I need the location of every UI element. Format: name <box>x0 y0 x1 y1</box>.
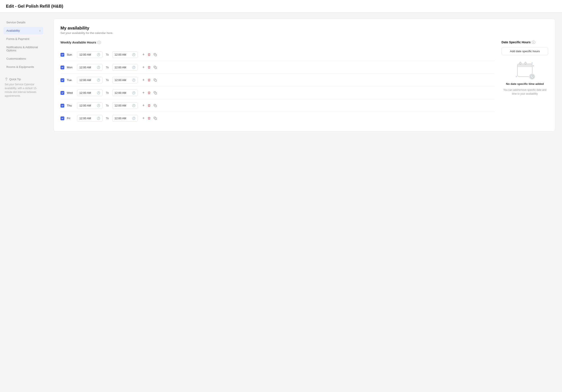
time-to-mon[interactable]: 12:00 AM 🕐 <box>112 64 138 71</box>
clock-icon-to-wed: 🕐 <box>132 91 135 94</box>
time-from-mon[interactable]: 12:00 AM 🕐 <box>77 64 103 71</box>
to-label-sun: To <box>106 53 109 56</box>
check-icon <box>61 79 64 81</box>
empty-state-title: No date specific time added <box>506 82 544 85</box>
delete-slot-mon[interactable] <box>147 65 151 69</box>
copy-icon <box>154 53 157 56</box>
checkbox-tue[interactable] <box>60 78 64 82</box>
svg-rect-5 <box>155 105 157 107</box>
add-date-specific-button[interactable]: Add date specific hours <box>502 47 548 55</box>
copy-icon <box>154 66 157 69</box>
time-from-value-thu: 12:00 AM <box>79 104 91 107</box>
checkbox-wed[interactable] <box>60 91 64 95</box>
sidebar: Service Details Availability › Forms & P… <box>0 13 47 392</box>
trash-icon <box>148 104 151 107</box>
delete-slot-tue[interactable] <box>147 78 151 82</box>
row-actions-thu: + <box>142 103 157 108</box>
sidebar-item-rooms-equipments[interactable]: Rooms & Equipments <box>3 63 43 71</box>
add-slot-fri[interactable]: + <box>142 115 145 121</box>
row-actions-fri: + <box>142 115 157 121</box>
time-from-sun[interactable]: 12:00 AM 🕐 <box>77 51 103 58</box>
day-label-wed: Wed <box>67 91 74 94</box>
checkbox-fri[interactable] <box>60 116 64 120</box>
time-from-wed[interactable]: 12:00 AM 🕐 <box>77 90 103 96</box>
day-row-mon: Mon 12:00 AM 🕐 To 12:00 AM 🕐 + <box>60 61 495 74</box>
clock-icon-from-mon: 🕐 <box>97 66 100 69</box>
add-slot-thu[interactable]: + <box>142 103 145 108</box>
weekly-hours-col: Weekly Available Hours i Sun 12:00 AM 🕐 … <box>60 41 495 125</box>
copy-slot-wed[interactable] <box>153 91 157 95</box>
day-label-thu: Thu <box>67 104 74 107</box>
time-to-value-sun: 12:00 AM <box>115 53 126 56</box>
clock-icon-from-fri: 🕐 <box>97 117 100 120</box>
day-label-sun: Sun <box>67 53 74 56</box>
date-specific-col: Date Specific Hours i Add date specific … <box>502 41 548 125</box>
cal-ring-left <box>520 62 521 65</box>
cal-ring-right <box>525 62 526 65</box>
quick-tip-text: Set your Service Calendar availability, … <box>5 82 42 98</box>
time-from-thu[interactable]: 12:00 AM 🕐 <box>77 102 103 109</box>
check-icon <box>61 104 64 107</box>
day-label-fri: Fri <box>67 117 74 120</box>
checkbox-thu[interactable] <box>60 104 64 108</box>
time-to-fri[interactable]: 12:00 AM 🕐 <box>112 115 138 122</box>
time-to-value-thu: 12:00 AM <box>115 104 126 107</box>
date-specific-empty-state: 🕐 No date specific time added You can ad… <box>502 62 548 96</box>
add-slot-tue[interactable]: + <box>142 77 145 83</box>
quick-tip-title: Quick Tip <box>5 77 42 81</box>
copy-slot-thu[interactable] <box>153 104 157 108</box>
svg-rect-3 <box>155 80 157 81</box>
page-title: Edit - Gel Polish Refill (H&B) <box>6 4 63 9</box>
to-label-mon: To <box>106 66 109 69</box>
time-to-wed[interactable]: 12:00 AM 🕐 <box>112 90 138 96</box>
copy-slot-tue[interactable] <box>153 78 157 82</box>
copy-slot-fri[interactable] <box>153 116 157 120</box>
date-specific-info-icon[interactable]: i <box>532 41 535 44</box>
add-slot-mon[interactable]: + <box>142 65 145 70</box>
delete-slot-wed[interactable] <box>147 91 151 95</box>
section-subtitle: Set your availability for the calendar h… <box>60 31 548 35</box>
svg-rect-2 <box>155 67 157 69</box>
sidebar-item-forms-payment[interactable]: Forms & Payment <box>3 35 43 43</box>
time-to-tue[interactable]: 12:00 AM 🕐 <box>112 77 138 83</box>
copy-icon <box>154 117 157 120</box>
time-from-tue[interactable]: 12:00 AM 🕐 <box>77 77 103 83</box>
svg-rect-1 <box>155 54 157 56</box>
trash-icon <box>148 91 151 94</box>
to-label-fri: To <box>106 117 109 120</box>
availability-card: My availability Set your availability fo… <box>54 19 555 131</box>
sidebar-item-availability[interactable]: Availability › <box>3 27 43 34</box>
clock-icon-to-thu: 🕐 <box>132 104 135 107</box>
add-slot-sun[interactable]: + <box>142 52 145 57</box>
copy-slot-mon[interactable] <box>153 65 157 69</box>
day-row-wed: Wed 12:00 AM 🕐 To 12:00 AM 🕐 + <box>60 87 495 99</box>
copy-slot-sun[interactable] <box>153 53 157 57</box>
check-icon <box>61 92 64 94</box>
trash-icon <box>148 53 151 56</box>
dot-decoration-1 <box>531 62 533 64</box>
time-from-fri[interactable]: 12:00 AM 🕐 <box>77 115 103 122</box>
delete-slot-sun[interactable] <box>147 53 151 57</box>
sidebar-item-notifications[interactable]: Notifications & Additional Options <box>3 44 43 54</box>
row-actions-mon: + <box>142 65 157 70</box>
checkbox-mon[interactable] <box>60 66 64 69</box>
checkbox-sun[interactable] <box>60 53 64 57</box>
sidebar-item-customizations[interactable]: Customizations <box>3 55 43 62</box>
weekly-hours-info-icon[interactable]: i <box>97 41 101 44</box>
clock-icon-from-wed: 🕐 <box>97 91 100 94</box>
check-icon <box>61 117 64 119</box>
copy-icon <box>154 104 157 107</box>
delete-slot-fri[interactable] <box>147 116 151 120</box>
time-from-value-sun: 12:00 AM <box>79 53 91 56</box>
day-label-tue: Tue <box>67 79 74 82</box>
to-label-thu: To <box>106 104 109 107</box>
copy-icon <box>154 79 157 82</box>
time-to-thu[interactable]: 12:00 AM 🕐 <box>112 102 138 109</box>
time-to-sun[interactable]: 12:00 AM 🕐 <box>112 51 138 58</box>
delete-slot-thu[interactable] <box>147 104 151 108</box>
add-slot-wed[interactable]: + <box>142 90 145 95</box>
two-col-layout: Weekly Available Hours i Sun 12:00 AM 🕐 … <box>60 41 548 125</box>
sidebar-item-service-details[interactable]: Service Details <box>3 19 43 26</box>
day-rows-container: Sun 12:00 AM 🕐 To 12:00 AM 🕐 + <box>60 48 495 125</box>
clock-overlay-icon: 🕐 <box>529 73 535 80</box>
